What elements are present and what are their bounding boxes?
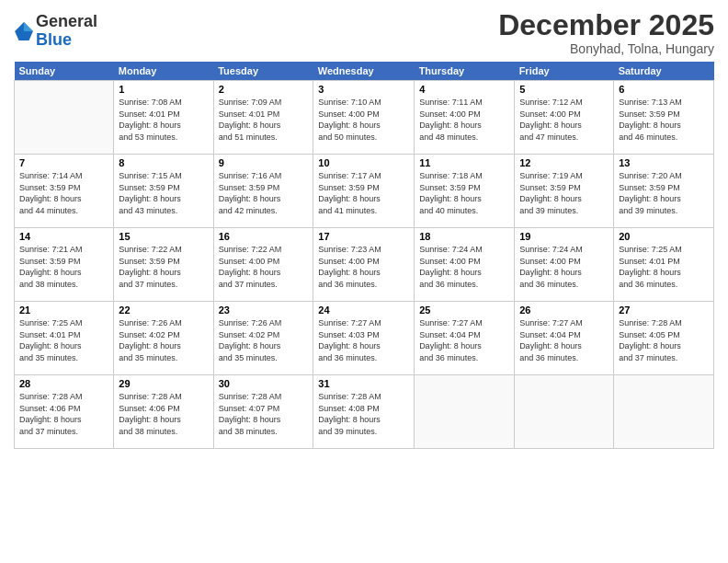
calendar-cell: 6Sunrise: 7:13 AM Sunset: 3:59 PM Daylig…	[614, 81, 714, 155]
day-info: Sunrise: 7:19 AM Sunset: 3:59 PM Dayligh…	[519, 170, 609, 216]
calendar-table: Sunday Monday Tuesday Wednesday Thursday…	[14, 62, 714, 449]
logo: General Blue	[14, 13, 97, 50]
day-info: Sunrise: 7:26 AM Sunset: 4:02 PM Dayligh…	[119, 317, 208, 363]
day-info: Sunrise: 7:17 AM Sunset: 3:59 PM Dayligh…	[318, 170, 409, 216]
col-wednesday: Wednesday	[313, 62, 415, 81]
day-number: 23	[219, 304, 309, 316]
day-info: Sunrise: 7:13 AM Sunset: 3:59 PM Dayligh…	[619, 97, 709, 143]
day-info: Sunrise: 7:22 AM Sunset: 3:59 PM Dayligh…	[119, 244, 208, 290]
day-number: 16	[219, 231, 309, 242]
calendar-cell: 7Sunrise: 7:14 AM Sunset: 3:59 PM Daylig…	[15, 155, 114, 228]
col-friday: Friday	[515, 62, 614, 81]
calendar-cell: 24Sunrise: 7:27 AM Sunset: 4:03 PM Dayli…	[313, 302, 415, 375]
day-info: Sunrise: 7:28 AM Sunset: 4:06 PM Dayligh…	[119, 391, 208, 437]
calendar-cell: 18Sunrise: 7:24 AM Sunset: 4:00 PM Dayli…	[415, 228, 515, 302]
day-number: 14	[19, 231, 108, 242]
day-number: 19	[519, 231, 609, 242]
calendar-cell: 8Sunrise: 7:15 AM Sunset: 3:59 PM Daylig…	[114, 155, 213, 228]
day-info: Sunrise: 7:27 AM Sunset: 4:03 PM Dayligh…	[318, 317, 409, 363]
calendar-week-1: 1Sunrise: 7:08 AM Sunset: 4:01 PM Daylig…	[15, 81, 714, 155]
day-info: Sunrise: 7:22 AM Sunset: 4:00 PM Dayligh…	[219, 244, 309, 290]
day-info: Sunrise: 7:21 AM Sunset: 3:59 PM Dayligh…	[19, 244, 108, 290]
day-number: 7	[19, 157, 108, 168]
day-number: 6	[619, 84, 709, 95]
calendar-cell: 5Sunrise: 7:12 AM Sunset: 4:00 PM Daylig…	[515, 81, 614, 155]
col-monday: Monday	[114, 62, 213, 81]
calendar-cell: 2Sunrise: 7:09 AM Sunset: 4:01 PM Daylig…	[213, 81, 313, 155]
day-number: 18	[419, 231, 509, 242]
day-number: 24	[318, 304, 409, 316]
calendar-cell: 19Sunrise: 7:24 AM Sunset: 4:00 PM Dayli…	[515, 228, 614, 302]
calendar-week-4: 21Sunrise: 7:25 AM Sunset: 4:01 PM Dayli…	[15, 302, 714, 375]
location: Bonyhad, Tolna, Hungary	[498, 41, 714, 56]
day-number: 13	[619, 157, 709, 168]
calendar-cell: 28Sunrise: 7:28 AM Sunset: 4:06 PM Dayli…	[15, 375, 114, 449]
day-number: 30	[219, 378, 309, 389]
day-info: Sunrise: 7:08 AM Sunset: 4:01 PM Dayligh…	[119, 97, 208, 143]
day-info: Sunrise: 7:24 AM Sunset: 4:00 PM Dayligh…	[419, 244, 509, 290]
calendar-cell	[515, 375, 614, 449]
day-info: Sunrise: 7:28 AM Sunset: 4:05 PM Dayligh…	[619, 317, 709, 363]
day-number: 9	[219, 157, 309, 168]
day-info: Sunrise: 7:27 AM Sunset: 4:04 PM Dayligh…	[519, 317, 609, 363]
day-number: 29	[119, 378, 208, 389]
calendar-cell: 30Sunrise: 7:28 AM Sunset: 4:07 PM Dayli…	[213, 375, 313, 449]
calendar-cell: 11Sunrise: 7:18 AM Sunset: 3:59 PM Dayli…	[415, 155, 515, 228]
day-number: 25	[419, 304, 509, 316]
logo-general-text: General	[36, 12, 97, 30]
title-block: December 2025 Bonyhad, Tolna, Hungary	[498, 9, 714, 56]
day-number: 1	[119, 84, 208, 95]
calendar-cell	[415, 375, 515, 449]
calendar-cell: 29Sunrise: 7:28 AM Sunset: 4:06 PM Dayli…	[114, 375, 213, 449]
day-number: 15	[119, 231, 208, 242]
calendar-cell: 15Sunrise: 7:22 AM Sunset: 3:59 PM Dayli…	[114, 228, 213, 302]
day-number: 11	[419, 157, 509, 168]
logo-icon	[14, 21, 34, 41]
calendar-cell: 26Sunrise: 7:27 AM Sunset: 4:04 PM Dayli…	[515, 302, 614, 375]
day-number: 2	[219, 84, 309, 95]
calendar-header: Sunday Monday Tuesday Wednesday Thursday…	[15, 62, 714, 81]
day-info: Sunrise: 7:28 AM Sunset: 4:06 PM Dayligh…	[19, 391, 108, 437]
calendar-cell: 17Sunrise: 7:23 AM Sunset: 4:00 PM Dayli…	[313, 228, 415, 302]
calendar-body: 1Sunrise: 7:08 AM Sunset: 4:01 PM Daylig…	[15, 81, 714, 449]
calendar-cell: 20Sunrise: 7:25 AM Sunset: 4:01 PM Dayli…	[614, 228, 714, 302]
calendar-cell: 12Sunrise: 7:19 AM Sunset: 3:59 PM Dayli…	[515, 155, 614, 228]
calendar-cell: 31Sunrise: 7:28 AM Sunset: 4:08 PM Dayli…	[313, 375, 415, 449]
col-thursday: Thursday	[415, 62, 515, 81]
day-info: Sunrise: 7:24 AM Sunset: 4:00 PM Dayligh…	[519, 244, 609, 290]
day-info: Sunrise: 7:26 AM Sunset: 4:02 PM Dayligh…	[219, 317, 309, 363]
day-info: Sunrise: 7:16 AM Sunset: 3:59 PM Dayligh…	[219, 170, 309, 216]
day-info: Sunrise: 7:14 AM Sunset: 3:59 PM Dayligh…	[19, 170, 108, 216]
day-number: 17	[318, 231, 409, 242]
calendar-cell: 4Sunrise: 7:11 AM Sunset: 4:00 PM Daylig…	[415, 81, 515, 155]
day-info: Sunrise: 7:28 AM Sunset: 4:07 PM Dayligh…	[219, 391, 309, 437]
calendar-cell	[15, 81, 114, 155]
calendar-cell: 9Sunrise: 7:16 AM Sunset: 3:59 PM Daylig…	[213, 155, 313, 228]
day-info: Sunrise: 7:25 AM Sunset: 4:01 PM Dayligh…	[619, 244, 709, 290]
day-info: Sunrise: 7:20 AM Sunset: 3:59 PM Dayligh…	[619, 170, 709, 216]
calendar-cell: 3Sunrise: 7:10 AM Sunset: 4:00 PM Daylig…	[313, 81, 415, 155]
calendar-cell: 21Sunrise: 7:25 AM Sunset: 4:01 PM Dayli…	[15, 302, 114, 375]
day-info: Sunrise: 7:09 AM Sunset: 4:01 PM Dayligh…	[219, 97, 309, 143]
day-info: Sunrise: 7:25 AM Sunset: 4:01 PM Dayligh…	[19, 317, 108, 363]
day-info: Sunrise: 7:27 AM Sunset: 4:04 PM Dayligh…	[419, 317, 509, 363]
day-number: 3	[318, 84, 409, 95]
day-info: Sunrise: 7:11 AM Sunset: 4:00 PM Dayligh…	[419, 97, 509, 143]
calendar-cell: 10Sunrise: 7:17 AM Sunset: 3:59 PM Dayli…	[313, 155, 415, 228]
day-info: Sunrise: 7:18 AM Sunset: 3:59 PM Dayligh…	[419, 170, 509, 216]
page-container: General Blue December 2025 Bonyhad, Toln…	[0, 0, 728, 458]
calendar-cell	[614, 375, 714, 449]
day-number: 27	[619, 304, 709, 316]
header-row: Sunday Monday Tuesday Wednesday Thursday…	[15, 62, 714, 81]
calendar-week-5: 28Sunrise: 7:28 AM Sunset: 4:06 PM Dayli…	[15, 375, 714, 449]
col-saturday: Saturday	[614, 62, 714, 81]
month-title: December 2025	[498, 9, 714, 41]
col-sunday: Sunday	[15, 62, 114, 81]
calendar-cell: 27Sunrise: 7:28 AM Sunset: 4:05 PM Dayli…	[614, 302, 714, 375]
day-number: 26	[519, 304, 609, 316]
calendar-cell: 23Sunrise: 7:26 AM Sunset: 4:02 PM Dayli…	[213, 302, 313, 375]
day-number: 8	[119, 157, 208, 168]
day-number: 21	[19, 304, 108, 316]
day-info: Sunrise: 7:12 AM Sunset: 4:00 PM Dayligh…	[519, 97, 609, 143]
calendar-cell: 22Sunrise: 7:26 AM Sunset: 4:02 PM Dayli…	[114, 302, 213, 375]
